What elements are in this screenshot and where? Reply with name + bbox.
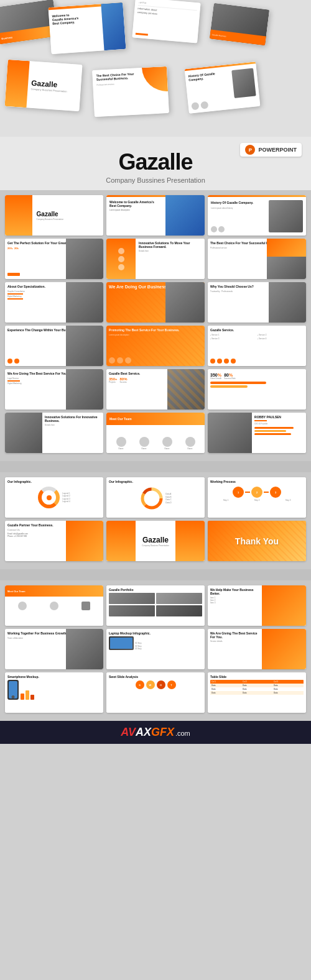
bottom-slides-section: Meet Our Team Gazalle Portfolio <box>0 580 311 721</box>
slide-table[interactable]: Table Slide Col 1 Col 2 Col 3 Data Data … <box>208 672 306 713</box>
watermark-bar: AVAXGFX.com <box>0 721 311 744</box>
slide-laptop-mockup[interactable]: Laptop Mockup Infographic. 01 Step02 Ste… <box>106 629 205 669</box>
section-gap-2 <box>0 569 311 580</box>
slide-why-choose[interactable]: Why You Should Choose Us? Trustworthy · … <box>208 282 306 323</box>
slide-innovative-1[interactable]: Innovative Solutions To Move Your Busine… <box>106 239 205 279</box>
slide-33-title: Table Slide <box>210 675 304 679</box>
slides-row-2: Get The Perfect Solution For Your Great … <box>5 239 306 279</box>
slides-row-1: Gazalle Company Bussines Presentation We… <box>5 195 306 236</box>
slide-best-service-3[interactable]: We Are Giving The Best Service For You. … <box>208 629 306 669</box>
slide-about-spec[interactable]: About Our Specialization. Graphic Consul… <box>5 282 103 323</box>
slide-20-title: Our Infographic. <box>109 480 202 483</box>
slide-2-title: Welcome to Gazalle America's Best Compan… <box>109 200 160 208</box>
slide-23-title: Gazalle <box>142 536 169 544</box>
slide-gazalle-logo[interactable]: Gazalle Company Bussines Presentation <box>5 195 103 236</box>
subtitle: Company Bussines Presentation <box>9 176 302 184</box>
slides-row-4: Experience The Change Within Your Busine… <box>5 326 306 366</box>
slide-best-choice[interactable]: The Best Choice For Your Successful Busi… <box>208 239 306 279</box>
slides-row-9: Meet Our Team Gazalle Portfolio <box>5 585 306 626</box>
scattered-slide-7: History Of GazalleCompany. <box>185 62 261 114</box>
slide-we-are[interactable]: We Are Doing Our Business. <box>106 282 205 323</box>
avax-white-text: AX <box>136 726 151 739</box>
slide-21-title: Working Process <box>210 480 304 483</box>
slide-gazalle-service[interactable]: Gazalle Service. ▪ Service 1 ▪ Service 2… <box>208 326 306 366</box>
slide-working-together[interactable]: Working Together For Business Growth. Te… <box>5 629 103 669</box>
slide-25-title: Meet Our Team <box>7 590 26 593</box>
powerpoint-badge: P POWERPOINT <box>240 143 302 157</box>
slide-24-title: Thank You <box>235 536 279 546</box>
avax-dot-text: .com <box>175 730 190 737</box>
scattered-slide-2: Welcome toGazalle America'sBest Company. <box>49 2 126 54</box>
slide-promoting[interactable]: Promoting The Best Service For Your Busi… <box>106 326 205 366</box>
slide-swot[interactable]: Swot Slide Analysis S W O T <box>106 672 205 713</box>
slide-working-process[interactable]: Working Process 1 2 3 Step 1 <box>208 477 306 518</box>
header-area: P POWERPOINT Gazalle Company Bussines Pr… <box>0 137 311 190</box>
slide-infographic-2[interactable]: Our Infographic. Data AData BData CData … <box>106 477 205 518</box>
avax-logo: AVAXGFX.com <box>121 726 190 739</box>
slide-5-title: Innovative Solutions To Move Your Busine… <box>139 241 202 249</box>
slides-row-8: Gazalle Partner Your Business. Contact U… <box>5 521 306 561</box>
slide-experience[interactable]: Experience The Change Within Your Busine… <box>5 326 103 366</box>
slides-row-10: Working Together For Business Growth. Te… <box>5 629 306 669</box>
slide-portfolio[interactable]: Gazalle Portfolio <box>106 585 205 626</box>
slide-18-title: ROBBY PAULSEN <box>254 415 304 419</box>
slide-stats[interactable]: 350% Client Growth 80% Success Rate <box>208 369 306 410</box>
scattered-slide-6: The Best Choice For Your Successful Busi… <box>92 66 169 117</box>
slide-thank-you[interactable]: Thank You <box>208 521 306 561</box>
slide-innovative-2[interactable]: Innovative Solutions For Innovative Busi… <box>5 413 103 453</box>
slide-17-title: Meet Our Team <box>109 417 132 421</box>
scattered-slide-4: Gazalle Business <box>210 3 269 46</box>
slide-meet-team[interactable]: Meet Our Team Name Name Name <box>106 413 205 453</box>
scattered-slide-3: ..er For Information aboutcompany servic… <box>132 0 200 43</box>
slides-row-6: Innovative Solutions For Innovative Busi… <box>5 413 306 453</box>
slides-row-7: Our Infographic. Legend 1Legend 2Legend … <box>5 477 306 518</box>
slide-history[interactable]: History Of Gazalle Company. Lorem ipsum … <box>208 195 306 236</box>
slide-29-title: Laptop Mockup Infographic. <box>109 631 202 635</box>
slide-welcome[interactable]: Welcome to Gazalle America's Best Compan… <box>106 195 205 236</box>
slide-1-title: Gazalle <box>37 211 64 218</box>
slide-partner[interactable]: Gazalle Partner Your Business. Contact U… <box>5 521 103 561</box>
slide-32-title: Swot Slide Analysis <box>109 675 202 679</box>
slide-best-service-1[interactable]: We Are Giving The Best Service For You. … <box>5 369 103 410</box>
slides-row-5: We Are Giving The Best Service For You. … <box>5 369 306 410</box>
scattered-slides-area: Business Welcome toGazalle America'sBest… <box>0 0 311 137</box>
slides-row-11: Smartphone Mockup. Swot Slide Analysis <box>5 672 306 713</box>
slide-infographic-1[interactable]: Our Infographic. Legend 1Legend 2Legend … <box>5 477 103 518</box>
slide-smartphone[interactable]: Smartphone Mockup. <box>5 672 103 713</box>
avax-gfx-text: GFX <box>151 726 174 739</box>
slide-30-title: We Are Giving The Best Service For You. <box>210 631 262 639</box>
slides-grid: Gazalle Company Bussines Presentation We… <box>0 190 311 461</box>
scattered-slide-5: Gazalle Company Bussines Presentation <box>5 60 83 111</box>
slides-row-3: About Our Specialization. Graphic Consul… <box>5 282 306 323</box>
section-gap-1 <box>0 461 311 472</box>
infographic-section: Our Infographic. Legend 1Legend 2Legend … <box>0 472 311 569</box>
slide-gazalle-center[interactable]: Gazalle Company Bussines Presentation <box>106 521 205 561</box>
slide-gazalle-best[interactable]: Gazalle Best Service. 350+ Projects 80% … <box>106 369 205 410</box>
slide-robby[interactable]: ROBBY PAULSEN CEO & Founder <box>208 413 306 453</box>
avax-red-text: AV <box>121 726 136 739</box>
slide-help-make[interactable]: We Help Make Your Business Better. Item … <box>208 585 306 626</box>
slide-27-title: We Help Make Your Business Better. <box>210 588 262 595</box>
slide-meet-team-2[interactable]: Meet Our Team <box>5 585 103 626</box>
badge-label: POWERPOINT <box>258 147 297 153</box>
slide-26-title: Gazalle Portfolio <box>109 588 202 592</box>
slide-16-title: Innovative Solutions For Innovative Busi… <box>45 415 101 423</box>
slide-19-title: Our Infographic. <box>7 480 101 483</box>
slide-get-perfect[interactable]: Get The Perfect Solution For Your Great … <box>5 239 103 279</box>
slide-12-title: Gazalle Service. <box>210 328 304 332</box>
powerpoint-icon: P <box>245 145 255 155</box>
slide-31-title: Smartphone Mockup. <box>7 675 101 679</box>
